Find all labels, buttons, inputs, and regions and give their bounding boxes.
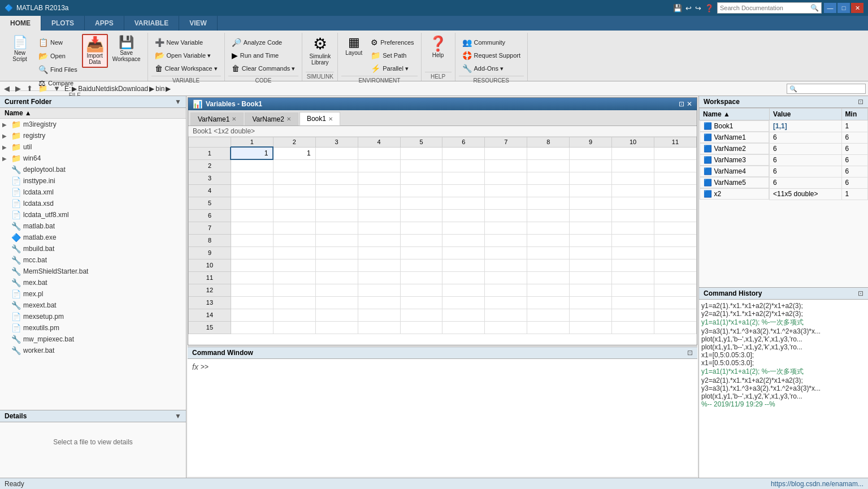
cell-11-4[interactable]: [358, 271, 400, 284]
cell-2-9[interactable]: [570, 159, 612, 172]
cell-10-6[interactable]: [442, 259, 485, 271]
file-memshield[interactable]: 🔧 MemShieldStarter.bat: [0, 266, 186, 277]
close-button[interactable]: ✕: [851, 3, 863, 13]
cell-9-6[interactable]: [442, 246, 485, 259]
cell-15-9[interactable]: [570, 321, 612, 334]
cell-3-3[interactable]: [315, 172, 358, 184]
file-mex-pl[interactable]: 📄 mex.pl: [0, 288, 186, 300]
cell-3-4[interactable]: [358, 172, 400, 184]
cell-13-8[interactable]: [527, 296, 570, 309]
cell-9-1[interactable]: [231, 246, 273, 259]
folder-util[interactable]: ▶ 📁 util: [0, 141, 186, 153]
cell-6-8[interactable]: [527, 209, 570, 222]
cell-8-1[interactable]: [231, 234, 273, 246]
cell-2-3[interactable]: [315, 159, 358, 172]
cell-2-1[interactable]: [231, 159, 273, 172]
redo-quick-btn[interactable]: ↪: [694, 4, 702, 12]
cell-12-8[interactable]: [527, 284, 570, 296]
cell-6-3[interactable]: [315, 209, 358, 222]
cell-3-11[interactable]: [654, 172, 696, 184]
cell-13-10[interactable]: [612, 296, 654, 309]
cell-9-3[interactable]: [315, 246, 358, 259]
cell-3-9[interactable]: [570, 172, 612, 184]
file-mex-bat[interactable]: 🔧 mex.bat: [0, 277, 186, 288]
cell-6-9[interactable]: [570, 209, 612, 222]
tab-book1[interactable]: Book1 ✕: [300, 112, 340, 126]
list-item[interactable]: 🟦x2 <11x5 double> 1: [700, 188, 868, 200]
simulink-library-button[interactable]: ⚙ SimulinkLibrary: [306, 34, 334, 68]
cell-1-8[interactable]: [527, 147, 570, 159]
preferences-button[interactable]: ⚙ Preferences: [367, 36, 417, 49]
file-matlab-exe[interactable]: 🔷 matlab.exe: [0, 232, 186, 243]
cell-4-9[interactable]: [570, 184, 612, 197]
cell-14-7[interactable]: [485, 309, 527, 321]
cell-4-2[interactable]: [273, 184, 315, 197]
cell-15-4[interactable]: [358, 321, 400, 334]
cell-14-10[interactable]: [612, 309, 654, 321]
tab-close-varname1[interactable]: ✕: [232, 116, 236, 122]
import-data-button[interactable]: 📥 ImportData: [82, 34, 108, 68]
cell-5-7[interactable]: [485, 197, 527, 209]
back-button[interactable]: ◀: [2, 84, 11, 93]
details-toggle-btn[interactable]: ▼: [175, 412, 181, 420]
undo-quick-btn[interactable]: ↩: [684, 4, 693, 12]
cmd-history-content[interactable]: y1=a2(1).*x1.*x1+a2(2)*x1+a2(3); y2=a2(1…: [699, 300, 868, 478]
community-button[interactable]: 👥 Community: [459, 36, 524, 49]
cell-15-1[interactable]: [231, 321, 273, 334]
file-lcdata-utf8[interactable]: 📄 lcdata_utf8.xml: [0, 209, 186, 220]
cell-10-8[interactable]: [527, 259, 570, 271]
cell-12-1[interactable]: [231, 284, 273, 296]
tab-varname2[interactable]: VarName2 ✕: [245, 112, 298, 126]
cell-7-3[interactable]: [315, 222, 358, 234]
list-item[interactable]: 🟦VarName1 6 6: [700, 132, 868, 143]
cell-7-11[interactable]: [654, 222, 696, 234]
cell-12-10[interactable]: [612, 284, 654, 296]
cell-9-11[interactable]: [654, 246, 696, 259]
cell-7-9[interactable]: [570, 222, 612, 234]
cell-5-10[interactable]: [612, 197, 654, 209]
find-files-button[interactable]: 🔍 Find Files: [35, 63, 81, 76]
forward-button[interactable]: ▶: [14, 84, 23, 93]
cell-10-11[interactable]: [654, 259, 696, 271]
tab-plots[interactable]: PLOTS: [41, 16, 85, 31]
cell-5-4[interactable]: [358, 197, 400, 209]
cell-7-7[interactable]: [485, 222, 527, 234]
cell-10-5[interactable]: [400, 259, 442, 271]
cmd-expand-btn[interactable]: ⊡: [687, 349, 693, 357]
cell-9-2[interactable]: [273, 246, 315, 259]
cell-6-10[interactable]: [612, 209, 654, 222]
cell-13-3[interactable]: [315, 296, 358, 309]
set-path-button[interactable]: 📁 Set Path: [367, 49, 417, 62]
cell-14-6[interactable]: [442, 309, 485, 321]
cell-9-7[interactable]: [485, 246, 527, 259]
search-box[interactable]: 🔍: [717, 2, 822, 14]
cell-5-6[interactable]: [442, 197, 485, 209]
cell-5-8[interactable]: [527, 197, 570, 209]
file-mexext[interactable]: 🔧 mexext.bat: [0, 300, 186, 311]
request-support-button[interactable]: 🛟 Request Support: [459, 49, 524, 62]
cell-14-1[interactable]: [231, 309, 273, 321]
cell-6-1[interactable]: [231, 209, 273, 222]
cell-1-1[interactable]: 1: [231, 147, 273, 159]
cell-12-6[interactable]: [442, 284, 485, 296]
parallel-button[interactable]: ⚡ Parallel ▾: [367, 62, 417, 75]
cell-13-11[interactable]: [654, 296, 696, 309]
cell-6-7[interactable]: [485, 209, 527, 222]
cell-4-11[interactable]: [654, 184, 696, 197]
cell-10-3[interactable]: [315, 259, 358, 271]
cell-1-2[interactable]: 1: [273, 147, 315, 159]
data-grid-container[interactable]: 1 2 3 4 5 6 7 8 9 10 11: [188, 137, 697, 345]
folder-m3iregistry[interactable]: ▶ 📁 m3iregistry: [0, 119, 186, 130]
cell-11-1[interactable]: [231, 271, 273, 284]
maximize-button[interactable]: □: [837, 3, 850, 13]
cell-5-2[interactable]: [273, 197, 315, 209]
cell-3-2[interactable]: [273, 172, 315, 184]
cell-13-2[interactable]: [273, 296, 315, 309]
workspace-toggle-btn[interactable]: ⊡: [858, 98, 863, 106]
cell-9-4[interactable]: [358, 246, 400, 259]
analyze-code-button[interactable]: 🔎 Analyze Code: [228, 36, 299, 49]
cell-6-5[interactable]: [400, 209, 442, 222]
cell-15-3[interactable]: [315, 321, 358, 334]
cell-12-7[interactable]: [485, 284, 527, 296]
run-time-button[interactable]: ▶ Run and Time: [228, 49, 299, 62]
